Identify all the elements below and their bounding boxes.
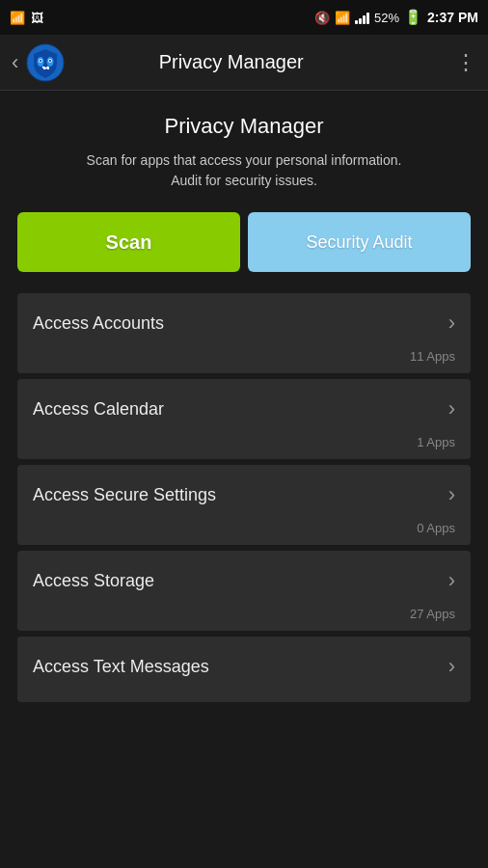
- list-item-main-0: Access Accounts ›: [17, 293, 471, 347]
- list-item[interactable]: Access Accounts › 11 Apps: [17, 293, 471, 373]
- battery-icon: 🔋: [404, 9, 422, 26]
- battery-percentage: 52%: [374, 11, 399, 25]
- image-icon: 🖼: [31, 11, 43, 25]
- signal-icon: [355, 11, 369, 24]
- chevron-icon-3: ›: [448, 568, 455, 593]
- page-title: Privacy Manager: [17, 114, 471, 139]
- chevron-icon-4: ›: [448, 654, 455, 679]
- list-item-main-4: Access Text Messages ›: [17, 637, 471, 691]
- mute-icon: 🔇: [314, 11, 330, 25]
- wifi-small-icon: 📶: [10, 11, 25, 25]
- status-bar-left: 📶 🖼: [10, 11, 43, 25]
- list-item-label-4: Access Text Messages: [33, 657, 209, 677]
- nav-title: Privacy Manager: [65, 51, 397, 73]
- list-item-main-2: Access Secure Settings ›: [17, 465, 471, 519]
- status-bar: 📶 🖼 🔇 📶 52% 🔋 2:37 PM: [0, 0, 488, 35]
- list-item[interactable]: Access Text Messages ›: [17, 637, 471, 702]
- scan-button[interactable]: Scan: [17, 212, 240, 272]
- time-display: 2:37 PM: [427, 10, 478, 25]
- wifi-icon: 📶: [335, 11, 350, 25]
- svg-rect-8: [47, 67, 49, 69]
- chevron-icon-1: ›: [448, 396, 455, 421]
- list-item[interactable]: Access Secure Settings › 0 Apps: [17, 465, 471, 545]
- list-item-footer-2: 0 Apps: [17, 519, 471, 545]
- svg-point-6: [49, 60, 51, 62]
- main-content: Privacy Manager Scan for apps that acces…: [0, 91, 488, 719]
- list-item-main-1: Access Calendar ›: [17, 379, 471, 433]
- list-item-label-0: Access Accounts: [33, 313, 164, 334]
- list-item-footer-1: 1 Apps: [17, 433, 471, 459]
- list-item-footer-0: 11 Apps: [17, 347, 471, 373]
- chevron-icon-2: ›: [448, 482, 455, 507]
- security-audit-button[interactable]: Security Audit: [248, 212, 471, 272]
- list-item-main-3: Access Storage ›: [17, 551, 471, 605]
- list-item-footer-3: 27 Apps: [17, 605, 471, 631]
- list-item-label-3: Access Storage: [33, 571, 154, 591]
- app-logo: [26, 43, 65, 82]
- list-container: Access Accounts › 11 Apps Access Calenda…: [17, 293, 471, 702]
- chevron-icon-0: ›: [448, 311, 455, 336]
- svg-rect-7: [43, 67, 45, 69]
- list-item-label-1: Access Calendar: [33, 399, 164, 420]
- button-row: Scan Security Audit: [17, 212, 471, 272]
- list-item-label-2: Access Secure Settings: [33, 485, 216, 505]
- list-item-footer-4: [17, 691, 471, 702]
- list-item[interactable]: Access Calendar › 1 Apps: [17, 379, 471, 459]
- list-item[interactable]: Access Storage › 27 Apps: [17, 551, 471, 631]
- nav-bar: ‹ Privacy Manager ⋮: [0, 35, 488, 91]
- status-bar-right: 🔇 📶 52% 🔋 2:37 PM: [314, 9, 478, 26]
- svg-point-5: [40, 60, 41, 62]
- nav-menu-icon[interactable]: ⋮: [455, 50, 476, 75]
- page-description: Scan for apps that access your personal …: [17, 150, 471, 191]
- back-icon[interactable]: ‹: [12, 50, 18, 75]
